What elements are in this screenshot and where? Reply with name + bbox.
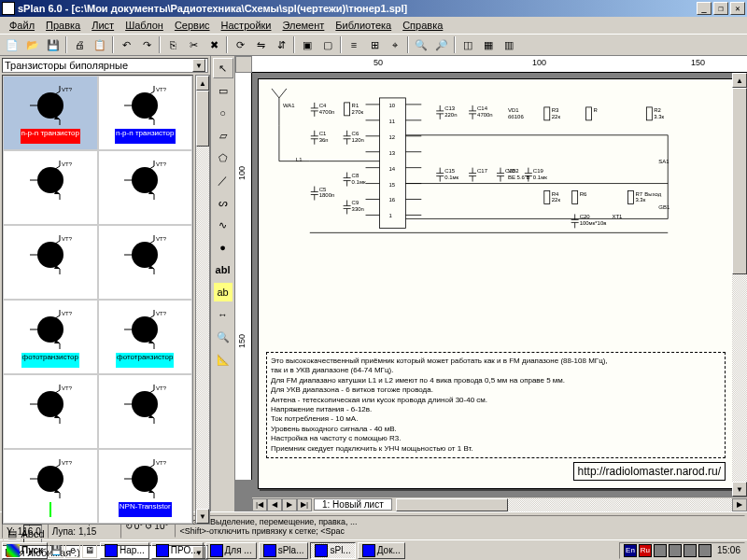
quicklaunch-ie[interactable]: e: [65, 543, 80, 558]
scroll-thumb[interactable]: [196, 91, 209, 147]
freehand-tool[interactable]: ᔕ: [213, 192, 233, 213]
open-button[interactable]: 📂: [23, 35, 42, 54]
taskbar-task[interactable]: Док...: [358, 542, 405, 559]
scroll-thumb[interactable]: [732, 88, 747, 274]
palette-item[interactable]: VT?: [3, 374, 98, 449]
scroll-track[interactable]: [732, 88, 747, 482]
hscroll-right[interactable]: ▶: [732, 498, 747, 511]
cut-button[interactable]: ✂: [184, 35, 203, 54]
menu-edit[interactable]: Правка: [40, 18, 86, 33]
tray-icon-1[interactable]: [654, 544, 667, 557]
palette-scrollbar[interactable]: ▲ ▼: [195, 75, 210, 525]
menu-help[interactable]: Справка: [397, 18, 448, 33]
measure-tool[interactable]: 📐: [213, 349, 233, 370]
grid-button[interactable]: ⊞: [365, 35, 384, 54]
label-tool[interactable]: ab: [213, 282, 233, 302]
align-button[interactable]: ≡: [345, 35, 363, 54]
text-tool[interactable]: abl: [213, 259, 233, 280]
sheet-last[interactable]: ▶|: [297, 498, 312, 511]
tray-lang-en[interactable]: En: [624, 544, 637, 557]
schematic-page[interactable]: WA1 101112131415161C44700nC136пC6120nC51…: [258, 78, 734, 489]
sheet-next[interactable]: ▶: [282, 498, 297, 511]
palette-item[interactable]: VT?: [3, 225, 98, 300]
palette-item[interactable]: VT?: [98, 225, 193, 300]
canvas-scrollbar-h[interactable]: [396, 498, 732, 511]
pointer-tool[interactable]: ↖: [213, 58, 233, 78]
save-button[interactable]: 💾: [44, 35, 63, 54]
close-button[interactable]: ✕: [730, 2, 745, 15]
library-category-dropdown[interactable]: Транзисторы биполярные ▼: [2, 58, 208, 73]
sheet-tab-1[interactable]: 1: Новый лист: [314, 498, 392, 511]
flip-h-button[interactable]: ⇋: [251, 35, 270, 54]
taskbar-task[interactable]: sPl...: [310, 542, 355, 559]
bezier-tool[interactable]: ∿: [213, 215, 233, 235]
tray-icon-2[interactable]: [669, 544, 682, 557]
taskbar-task[interactable]: sPla...: [259, 542, 309, 559]
line-tool[interactable]: ／: [213, 170, 233, 190]
palette-item[interactable]: VT?: [3, 150, 98, 225]
tool-a-button[interactable]: ▦: [479, 35, 498, 54]
undo-button[interactable]: ↶: [117, 35, 135, 54]
scroll-down-button[interactable]: ▼: [196, 509, 209, 524]
front-button[interactable]: ▣: [298, 35, 317, 54]
component-button[interactable]: ◫: [458, 35, 477, 54]
scroll-track[interactable]: [196, 91, 209, 509]
palette-item[interactable]: VT?фототранзистор: [3, 300, 98, 374]
export-button[interactable]: 📋: [91, 35, 109, 54]
palette-item[interactable]: VT?фототранзистор: [98, 300, 193, 374]
back-button[interactable]: ▢: [318, 35, 337, 54]
svg-text:R3: R3: [552, 107, 559, 113]
flip-v-button[interactable]: ⇵: [272, 35, 290, 54]
menu-library[interactable]: Библиотека: [330, 18, 397, 33]
rotate-button[interactable]: ⟳: [231, 35, 249, 54]
canvas-scrollbar-v[interactable]: ▲ ▼: [732, 73, 747, 497]
tray-icon-3[interactable]: [684, 544, 697, 557]
taskbar-task[interactable]: ПРО...: [151, 542, 204, 559]
print-button[interactable]: 🖨: [70, 35, 89, 54]
zoom-tool[interactable]: 🔍: [213, 327, 233, 347]
scroll-up-icon[interactable]: ▲: [732, 73, 747, 88]
canvas-scroll[interactable]: WA1 101112131415161C44700nC136пC6120nC51…: [252, 73, 747, 497]
menu-sheet[interactable]: Лист: [86, 18, 120, 33]
tray-lang-ru[interactable]: Ru: [639, 544, 652, 557]
minimize-button[interactable]: _: [697, 2, 712, 15]
menu-settings[interactable]: Настройки: [216, 18, 277, 33]
taskbar-task[interactable]: Нар...: [100, 542, 149, 559]
quicklaunch-save[interactable]: 💾: [49, 543, 63, 558]
copy-button[interactable]: ⎘: [163, 35, 182, 54]
rect-tool[interactable]: ▭: [213, 80, 233, 101]
scroll-down-icon[interactable]: ▼: [732, 482, 747, 497]
delete-button[interactable]: ✖: [204, 35, 223, 54]
menu-file[interactable]: Файл: [4, 18, 40, 33]
palette-item[interactable]: VT?n-p-n транзистор: [98, 76, 193, 150]
sheet-prev[interactable]: ◀: [267, 498, 282, 511]
menu-template[interactable]: Шаблон: [120, 18, 169, 33]
svg-text:13: 13: [388, 150, 395, 156]
shape-tool[interactable]: ▱: [213, 125, 233, 146]
junction-tool[interactable]: ●: [213, 237, 233, 258]
sheet-first[interactable]: |◀: [252, 498, 267, 511]
palette-item[interactable]: VT?NPN-Transistor: [98, 449, 193, 524]
tool-b-button[interactable]: ▥: [500, 35, 518, 54]
palette-item[interactable]: VT?: [3, 449, 98, 524]
tray-icon-4[interactable]: [698, 544, 712, 557]
redo-button[interactable]: ↷: [137, 35, 156, 54]
scroll-thumb[interactable]: [396, 498, 508, 511]
menu-service[interactable]: Сервис: [169, 18, 216, 33]
circle-tool[interactable]: ○: [213, 103, 233, 123]
new-button[interactable]: 📄: [3, 35, 21, 54]
quicklaunch-desktop[interactable]: 🖥: [82, 543, 97, 558]
maximize-button[interactable]: ❐: [713, 2, 728, 15]
dimension-tool[interactable]: ↔: [213, 304, 233, 325]
find-button[interactable]: 🔍: [412, 35, 430, 54]
menu-element[interactable]: Элемент: [276, 18, 330, 33]
replace-button[interactable]: 🔎: [432, 35, 451, 54]
taskbar-task[interactable]: Для ...: [205, 542, 257, 559]
palette-item[interactable]: VT?: [98, 150, 193, 225]
palette-item[interactable]: VT?: [98, 374, 193, 449]
polygon-tool[interactable]: ⬠: [213, 147, 233, 168]
start-button[interactable]: Пуск: [2, 542, 48, 559]
palette-item[interactable]: VT?n-p-n транзистор: [3, 76, 98, 150]
snap-button[interactable]: ⌖: [386, 35, 404, 54]
scroll-up-button[interactable]: ▲: [196, 76, 209, 91]
